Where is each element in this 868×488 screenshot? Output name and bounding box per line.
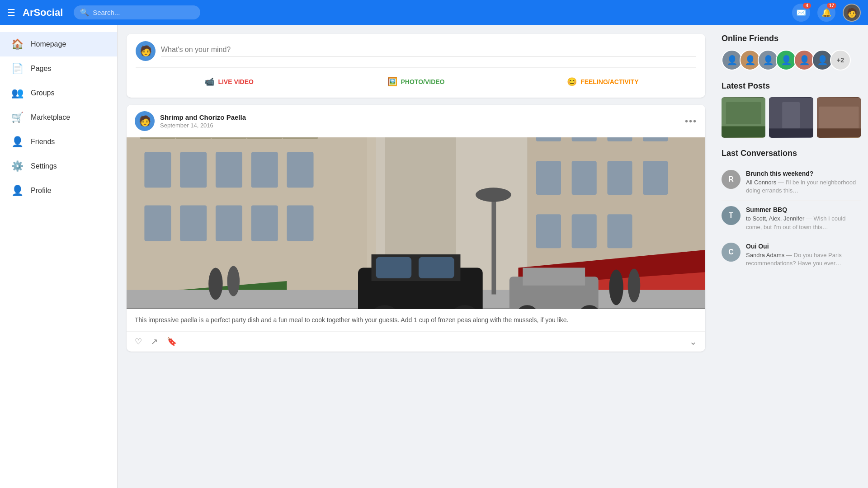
post-image (127, 137, 705, 309)
conv-avatar-r: R (722, 170, 741, 189)
svg-rect-36 (643, 161, 668, 195)
conv-content-t: Summer BBQ to Scott, Alex, Jennifer — Wi… (746, 206, 861, 231)
svg-rect-55 (376, 257, 411, 278)
conv-name-t: to Scott, Alex, Jennifer (746, 215, 804, 222)
svg-rect-33 (536, 161, 561, 195)
settings-icon: ⚙️ (11, 160, 24, 172)
feeling-icon: 😊 (567, 77, 577, 87)
bookmark-button[interactable]: 🔖 (167, 337, 177, 347)
sidebar-label-groups: Groups (31, 89, 54, 97)
latest-posts-grid (722, 97, 861, 138)
pages-icon: 📄 (11, 63, 24, 75)
feeling-label: FEELING/ACTIVITY (580, 78, 638, 85)
conversation-item-r[interactable]: R Brunch this weekend? Ali Connors — I'l… (722, 164, 861, 201)
photo-video-icon: 🖼️ (387, 77, 397, 87)
menu-icon[interactable]: ☰ (7, 7, 15, 18)
conv-preview-t: to Scott, Alex, Jennifer — Wish I could … (746, 215, 861, 231)
svg-point-63 (609, 269, 623, 305)
sidebar-item-groups[interactable]: 👥 Groups (0, 81, 117, 105)
sidebar-item-friends[interactable]: 👤 Friends (0, 130, 117, 154)
svg-rect-71 (783, 102, 800, 128)
svg-rect-74 (819, 107, 859, 129)
feeling-activity-button[interactable]: 😊 FEELING/ACTIVITY (509, 73, 696, 90)
sidebar-item-pages[interactable]: 📄 Pages (0, 56, 117, 81)
mail-button[interactable]: ✉️ 4 (792, 4, 810, 22)
post-composer: 🧑 📹 LIVE VIDEO 🖼️ PHOTO/VIDEO 😊 FEELING/… (127, 34, 705, 98)
svg-rect-22 (287, 206, 313, 241)
post-menu-button[interactable]: ••• (685, 116, 697, 127)
share-button[interactable]: ↗ (151, 337, 158, 347)
svg-rect-65 (491, 197, 496, 295)
online-friends-section: Online Friends 👤 👤 👤 👤 👤 👤 +2 (722, 34, 861, 70)
svg-rect-29 (536, 137, 561, 141)
latest-post-thumb-3[interactable] (817, 97, 861, 138)
main-layout: 🏠 Homepage 📄 Pages 👥 Groups 🛒 Marketplac… (0, 25, 868, 488)
svg-rect-21 (251, 206, 278, 241)
svg-rect-72 (769, 128, 813, 137)
conv-content-c: Oui Oui Sandra Adams — Do you have Paris… (746, 243, 861, 267)
post-header-left: 🧑 Shrimp and Chorizo Paella September 14… (135, 111, 246, 131)
like-button[interactable]: ♡ (135, 337, 142, 347)
notifications-button[interactable]: 🔔 17 (817, 4, 835, 22)
svg-rect-75 (817, 128, 861, 137)
latest-post-thumb-2[interactable] (769, 97, 813, 138)
live-video-icon: 📹 (204, 77, 214, 87)
latest-post-thumb-1[interactable] (722, 97, 765, 138)
svg-rect-37 (536, 214, 561, 248)
conv-content-r: Brunch this weekend? Ali Connors — I'll … (746, 170, 861, 195)
svg-rect-13 (144, 152, 171, 188)
svg-rect-39 (607, 214, 632, 248)
conv-avatar-t: T (722, 206, 741, 225)
composer-actions: 📹 LIVE VIDEO 🖼️ PHOTO/VIDEO 😊 FEELING/AC… (136, 67, 696, 90)
right-sidebar: Online Friends 👤 👤 👤 👤 👤 👤 +2 Latest Pos… (714, 25, 868, 488)
conv-avatar-c: C (722, 243, 741, 262)
header: ☰ ArSocial 🔍 ✉️ 4 🔔 17 🧑 (0, 0, 868, 25)
sidebar-item-settings[interactable]: ⚙️ Settings (0, 154, 117, 178)
post-meta: Shrimp and Chorizo Paella September 14, … (160, 113, 246, 129)
post-expand-button[interactable]: ⌄ (689, 336, 697, 347)
post-date: September 14, 2016 (160, 122, 246, 129)
user-avatar[interactable]: 🧑 (843, 4, 861, 22)
search-input[interactable] (93, 9, 192, 16)
svg-rect-30 (572, 137, 597, 141)
svg-rect-68 (726, 102, 761, 124)
composer-top: 🧑 (136, 41, 696, 61)
live-video-button[interactable]: 📹 LIVE VIDEO (136, 73, 322, 90)
post-card: 🧑 Shrimp and Chorizo Paella September 14… (127, 105, 705, 352)
post-header: 🧑 Shrimp and Chorizo Paella September 14… (127, 105, 705, 137)
svg-rect-14 (180, 152, 207, 188)
conv-preview-r: Ali Connors — I'll be in your neighborho… (746, 178, 861, 195)
svg-rect-56 (419, 257, 454, 278)
conversation-item-t[interactable]: T Summer BBQ to Scott, Alex, Jennifer — … (722, 201, 861, 237)
search-icon: 🔍 (80, 8, 89, 17)
friends-icon: 👤 (11, 136, 24, 148)
sidebar-item-profile[interactable]: 👤 Profile (0, 178, 117, 203)
online-friends-title: Online Friends (722, 34, 861, 43)
conversations-section: Last Conversations R Brunch this weekend… (722, 149, 861, 273)
photo-video-label: PHOTO/VIDEO (401, 78, 445, 85)
bell-badge: 17 (827, 3, 836, 9)
composer-input[interactable] (161, 46, 696, 57)
svg-point-66 (476, 188, 511, 202)
sidebar-item-marketplace[interactable]: 🛒 Marketplace (0, 105, 117, 130)
svg-rect-17 (287, 152, 313, 188)
composer-avatar: 🧑 (136, 41, 156, 61)
conv-title-t: Summer BBQ (746, 206, 861, 213)
conv-preview-c: Sandra Adams — Do you have Paris recomme… (746, 251, 861, 267)
marketplace-icon: 🛒 (11, 112, 24, 123)
sidebar-label-marketplace: Marketplace (31, 113, 70, 122)
sidebar-label-settings: Settings (31, 162, 57, 170)
sidebar-label-profile: Profile (31, 187, 51, 195)
conv-name-c: Sandra Adams (746, 252, 784, 258)
svg-rect-25 (211, 137, 247, 139)
sidebar-label-friends: Friends (31, 138, 55, 146)
conversation-item-c[interactable]: C Oui Oui Sandra Adams — Do you have Par… (722, 237, 861, 273)
conv-title-c: Oui Oui (746, 243, 861, 250)
sidebar-label-pages: Pages (31, 65, 51, 73)
header-actions: ✉️ 4 🔔 17 🧑 (792, 4, 861, 22)
sidebar-item-homepage[interactable]: 🏠 Homepage (0, 32, 117, 56)
photo-video-button[interactable]: 🖼️ PHOTO/VIDEO (322, 73, 509, 90)
profile-icon: 👤 (11, 185, 24, 197)
groups-icon: 👥 (11, 87, 24, 99)
main-content: 🧑 📹 LIVE VIDEO 🖼️ PHOTO/VIDEO 😊 FEELING/… (118, 25, 714, 488)
